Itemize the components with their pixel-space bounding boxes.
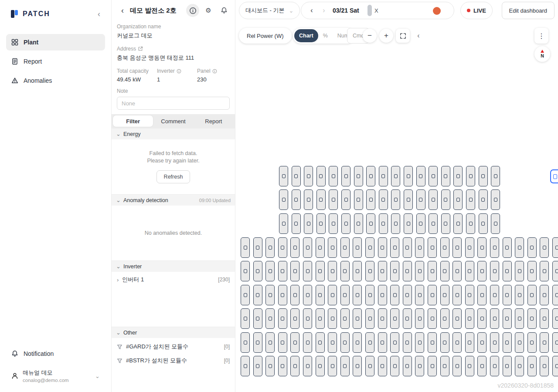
solar-module[interactable]: [453, 308, 462, 329]
solar-module[interactable]: [390, 237, 399, 258]
live-toggle[interactable]: LIVE: [460, 2, 493, 19]
solar-module[interactable]: [303, 332, 312, 353]
solar-module[interactable]: [416, 166, 425, 186]
info-button[interactable]: [186, 4, 199, 17]
solar-module[interactable]: [354, 166, 363, 186]
solar-module[interactable]: [341, 189, 350, 210]
solar-module[interactable]: [278, 237, 287, 258]
section-energy-header[interactable]: ⌄ Energy: [112, 128, 235, 139]
dashboard-selector[interactable]: 대시보드 - 기본 ⌄: [239, 2, 300, 19]
solar-module[interactable]: [353, 285, 362, 305]
solar-module[interactable]: [479, 166, 488, 186]
solar-module[interactable]: [503, 308, 512, 329]
zoom-out-button[interactable]: −: [363, 29, 377, 43]
solar-module[interactable]: [552, 332, 558, 353]
solar-module[interactable]: [278, 285, 287, 305]
solar-module[interactable]: [404, 166, 413, 186]
solar-module[interactable]: [491, 213, 500, 234]
solar-module[interactable]: [453, 189, 463, 210]
solar-module[interactable]: [290, 285, 299, 305]
solar-module[interactable]: [378, 237, 387, 258]
solar-module[interactable]: [415, 308, 424, 329]
section-anomaly-header[interactable]: ⌄ Anomaly detection 09:00 Updated: [112, 194, 235, 206]
solar-module[interactable]: [415, 237, 424, 258]
solar-module[interactable]: [490, 308, 499, 329]
solar-module[interactable]: [552, 308, 558, 329]
solar-module[interactable]: [379, 213, 388, 234]
solar-module[interactable]: [540, 308, 549, 329]
solar-module[interactable]: [429, 213, 438, 234]
solar-module[interactable]: [241, 332, 250, 353]
solar-module[interactable]: [354, 213, 363, 234]
solar-module[interactable]: [316, 332, 325, 353]
solar-module[interactable]: [378, 308, 387, 329]
solar-module[interactable]: [378, 332, 387, 353]
solar-module[interactable]: [540, 261, 549, 281]
solar-module[interactable]: [404, 189, 413, 210]
solar-module[interactable]: [503, 285, 512, 305]
solar-module[interactable]: [290, 332, 299, 353]
prev-day-button[interactable]: ‹: [306, 4, 318, 17]
solar-module[interactable]: [328, 332, 337, 353]
sidebar-item-plant[interactable]: Plant: [6, 34, 105, 51]
solar-module[interactable]: [379, 189, 388, 210]
solar-module[interactable]: [415, 285, 424, 305]
solar-module[interactable]: [540, 237, 549, 258]
sidebar-item-anomalies[interactable]: Anomalies: [6, 72, 105, 89]
solar-module[interactable]: [365, 356, 374, 376]
solar-module[interactable]: [465, 237, 474, 258]
solar-module[interactable]: [340, 308, 350, 329]
mode-chart-button[interactable]: Chart: [294, 29, 318, 42]
solar-module[interactable]: [503, 332, 512, 353]
solar-module[interactable]: [490, 237, 499, 258]
solar-module[interactable]: [403, 237, 412, 258]
solar-module[interactable]: [440, 332, 449, 353]
refresh-button[interactable]: Refresh: [157, 170, 191, 183]
solar-module[interactable]: [278, 261, 287, 281]
solar-module[interactable]: [241, 356, 250, 376]
solar-module[interactable]: [403, 285, 412, 305]
solar-module[interactable]: [278, 332, 287, 353]
solar-module[interactable]: [453, 332, 462, 353]
solar-module[interactable]: [353, 332, 362, 353]
solar-module[interactable]: [527, 332, 537, 353]
solar-module[interactable]: [241, 261, 250, 281]
solar-module[interactable]: [429, 166, 438, 186]
solar-module[interactable]: [316, 189, 326, 210]
solar-module[interactable]: [477, 356, 487, 376]
solar-module[interactable]: [477, 332, 487, 353]
solar-module[interactable]: [340, 285, 350, 305]
solar-module[interactable]: [290, 308, 299, 329]
solar-module[interactable]: [253, 308, 262, 329]
solar-module[interactable]: [253, 285, 262, 305]
solar-module[interactable]: [316, 166, 326, 186]
solar-module[interactable]: [527, 308, 537, 329]
solar-module[interactable]: [527, 237, 537, 258]
solar-module[interactable]: [354, 189, 363, 210]
solar-module[interactable]: [552, 285, 558, 305]
solar-module[interactable]: [477, 237, 487, 258]
solar-module[interactable]: [340, 237, 350, 258]
solar-module[interactable]: [390, 261, 399, 281]
solar-module[interactable]: [340, 356, 350, 376]
solar-module[interactable]: [365, 237, 374, 258]
solar-module[interactable]: [341, 166, 350, 186]
solar-module[interactable]: [515, 285, 524, 305]
solar-module[interactable]: [290, 237, 299, 258]
sidebar-item-report[interactable]: Report: [6, 53, 105, 70]
solar-module[interactable]: [515, 332, 524, 353]
solar-module[interactable]: [304, 213, 313, 234]
solar-module[interactable]: [328, 261, 337, 281]
section-inverter-header[interactable]: ⌄ Inverter: [112, 260, 235, 272]
solar-module[interactable]: [328, 356, 337, 376]
solar-module[interactable]: [391, 166, 400, 186]
tab-comment[interactable]: Comment: [153, 115, 193, 127]
solar-module[interactable]: [477, 261, 487, 281]
solar-module[interactable]: [440, 261, 449, 281]
solar-module[interactable]: [329, 213, 338, 234]
solar-module[interactable]: [477, 308, 487, 329]
solar-module[interactable]: [515, 356, 524, 376]
solar-module[interactable]: [379, 166, 388, 186]
solar-module[interactable]: [441, 213, 450, 234]
solar-module[interactable]: [441, 189, 450, 210]
